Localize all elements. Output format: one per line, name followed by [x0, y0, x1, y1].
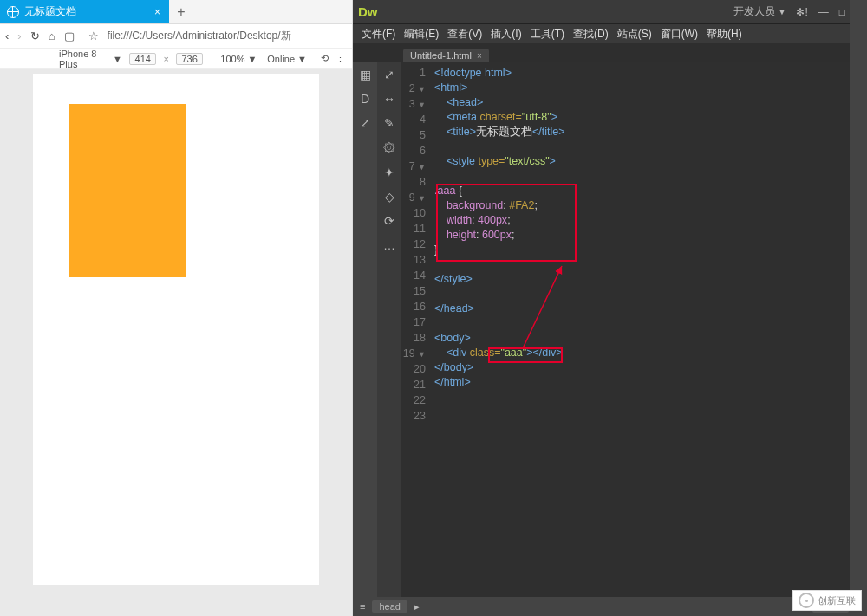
watermark-text: 创新互联 [818, 594, 856, 607]
tab-title: 无标题文档 [24, 4, 76, 19]
tool-icon[interactable]: ◇ [385, 190, 394, 204]
right-panel-collapsed[interactable] [850, 0, 867, 616]
chevron-down-icon: ▼ [247, 54, 257, 64]
assets-icon[interactable]: D [361, 92, 369, 106]
rotate-icon[interactable]: ⟲ [321, 53, 329, 64]
rendered-page [33, 74, 319, 585]
forward-icon[interactable]: › [17, 29, 21, 42]
file-tab[interactable]: Untitled-1.html × [403, 49, 489, 62]
menu-site[interactable]: 站点(S) [617, 27, 652, 42]
menu-file[interactable]: 文件(F) [362, 27, 395, 42]
viewport-height[interactable]: 736 [176, 53, 203, 65]
work-area: ▦ D ⤢ ⤢ ↔ ✎ ۞ ✦ ◇ ⟳ … 1 2 ▼3 ▼4 5 6 7 ▼8… [353, 62, 867, 597]
menu-insert[interactable]: 插入(I) [491, 27, 521, 42]
tool-icon[interactable]: ✦ [384, 165, 394, 179]
back-icon[interactable]: ‹ [5, 29, 9, 42]
code-editor[interactable]: 1 2 ▼3 ▼4 5 6 7 ▼8 9 ▼10 11 12 13 14 15 … [401, 62, 867, 597]
watermark: 创新互联 [792, 590, 862, 611]
url-bar: ‹ › ↻ ⌂ ▢ ☆ file:///C:/Users/Administrat… [0, 24, 352, 49]
menu-bar: 文件(F) 编辑(E) 查看(V) 插入(I) 工具(T) 查找(D) 站点(S… [353, 24, 867, 43]
url-text[interactable]: file:///C:/Users/Administrator/Desktop/新 [108, 29, 291, 43]
menu-view[interactable]: 查看(V) [447, 27, 482, 42]
tool-icon[interactable]: ⤢ [384, 68, 394, 81]
dw-titlebar: Dw 开发人员 ▼ ✻! — □ × [353, 0, 867, 24]
breadcrumb-arrow-icon: ▸ [414, 601, 420, 613]
minimize-button[interactable]: — [818, 6, 829, 18]
status-bar: ≡ head ▸ HTML ▾ [353, 597, 867, 616]
left-toolbar-1: ▦ D ⤢ [353, 62, 377, 597]
left-toolbar-2: ⤢ ↔ ✎ ۞ ✦ ◇ ⟳ … [377, 62, 401, 597]
file-tab-close-icon[interactable]: × [477, 51, 482, 61]
more-icon[interactable]: … [383, 238, 395, 252]
code-body[interactable]: <!doctype html><html> <head> <meta chars… [434, 66, 862, 405]
viewport-width[interactable]: 414 [129, 53, 156, 65]
file-tab-row: Untitled-1.html × [353, 43, 867, 62]
home-icon[interactable]: ⌂ [49, 29, 55, 42]
device-toolbar: iPhone 8 Plus ▼ 414 × 736 100% ▼ Online … [0, 49, 352, 69]
browser-tabstrip: 无标题文档 × + [0, 0, 352, 24]
tool-icon[interactable]: ✎ [384, 116, 394, 130]
breadcrumb[interactable]: head [372, 600, 407, 613]
dreamweaver-panel: Dw 开发人员 ▼ ✻! — □ × 文件(F) 编辑(E) 查看(V) 插入(… [353, 0, 867, 616]
file-tab-label: Untitled-1.html [410, 50, 472, 61]
menu-tools[interactable]: 工具(T) [531, 27, 564, 42]
tool-icon[interactable]: ۞ [383, 140, 395, 155]
orange-box [69, 104, 186, 277]
tab-close-button[interactable]: × [154, 6, 160, 18]
browser-panel: 无标题文档 × + ‹ › ↻ ⌂ ▢ ☆ file:///C:/Users/A… [0, 0, 353, 616]
reader-icon[interactable]: ▢ [64, 29, 75, 42]
tool-icon[interactable]: ⟳ [384, 214, 394, 228]
status-ham-icon[interactable]: ≡ [360, 601, 365, 612]
chevron-down-icon: ▼ [113, 54, 122, 64]
line-gutter: 1 2 ▼3 ▼4 5 6 7 ▼8 9 ▼10 11 12 13 14 15 … [401, 62, 431, 597]
menu-icon[interactable]: ⋮ [336, 53, 345, 64]
dim-separator: × [163, 54, 168, 64]
maximize-button[interactable]: □ [839, 6, 845, 18]
settings-icon[interactable]: ✻! [796, 6, 807, 18]
zoom-select[interactable]: 100% ▼ [220, 54, 257, 64]
network-select[interactable]: Online ▼ [267, 54, 307, 64]
watermark-logo-icon [799, 593, 814, 608]
menu-window[interactable]: 窗口(W) [661, 27, 698, 42]
new-tab-button[interactable]: + [169, 0, 193, 23]
tool-icon[interactable]: ↔ [383, 92, 395, 106]
files-icon[interactable]: ▦ [360, 68, 371, 81]
browser-tab[interactable]: 无标题文档 × [0, 0, 169, 23]
device-select[interactable]: iPhone 8 Plus ▼ [59, 49, 122, 69]
menu-help[interactable]: 帮助(H) [707, 27, 742, 42]
expand-icon[interactable]: ⤢ [360, 116, 370, 130]
globe-icon [7, 6, 19, 18]
dw-logo-icon: Dw [358, 4, 378, 19]
menu-find[interactable]: 查找(D) [573, 27, 609, 42]
chevron-down-icon: ▼ [297, 54, 307, 64]
workspace-label[interactable]: 开发人员 ▼ [733, 4, 786, 19]
star-icon[interactable]: ☆ [88, 29, 99, 42]
viewport-area [0, 69, 352, 616]
menu-edit[interactable]: 编辑(E) [404, 27, 439, 42]
reload-icon[interactable]: ↻ [30, 29, 40, 42]
chevron-down-icon: ▼ [778, 8, 786, 16]
